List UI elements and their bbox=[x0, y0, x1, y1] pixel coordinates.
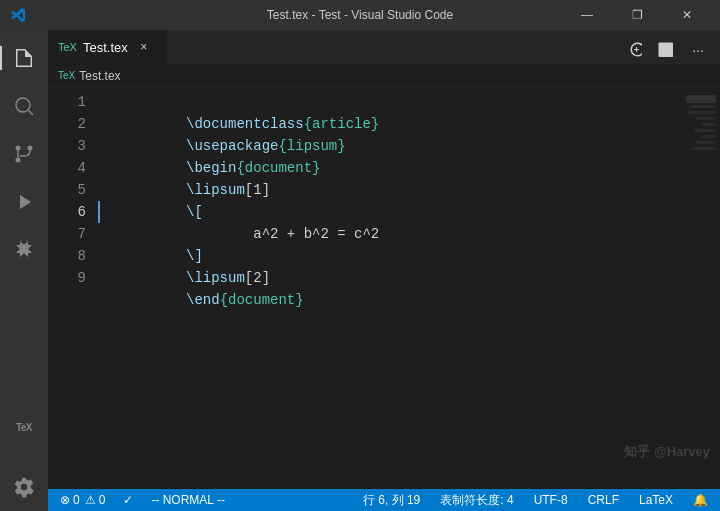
cmd-begin: \begin bbox=[186, 160, 236, 176]
status-indent[interactable]: 表制符长度: 4 bbox=[436, 489, 517, 511]
line-ending-label: CRLF bbox=[588, 493, 619, 507]
cmd-usepackage: \usepackage bbox=[186, 138, 278, 154]
cmd-lipsum2: \lipsum bbox=[186, 270, 245, 286]
status-bar-right: 行 6, 列 19 表制符长度: 4 UTF-8 CRLF LaTeX 🔔 bbox=[359, 489, 712, 511]
line-num-3: 3 bbox=[48, 135, 86, 157]
sidebar-item-search[interactable] bbox=[0, 82, 48, 130]
tab-test-tex[interactable]: TeX Test.tex × bbox=[48, 30, 168, 64]
line-num-7: 7 bbox=[48, 223, 86, 245]
svg-point-3 bbox=[28, 146, 33, 151]
status-bar-left: ⊗ 0 ⚠ 0 ✓ -- NORMAL -- bbox=[56, 489, 229, 511]
cmd-math-close: \] bbox=[186, 248, 203, 264]
line-num-4: 4 bbox=[48, 157, 86, 179]
svg-line-1 bbox=[29, 111, 34, 116]
svg-point-4 bbox=[16, 146, 21, 151]
main-layout: TeX TeX Test.tex × bbox=[0, 30, 720, 511]
tab-filename: Test.tex bbox=[83, 40, 128, 55]
error-count: 0 bbox=[73, 493, 80, 507]
tab-close-button[interactable]: × bbox=[136, 39, 152, 55]
settings-button[interactable] bbox=[0, 463, 48, 511]
tab-bar: TeX Test.tex × ·· bbox=[48, 30, 720, 65]
svg-point-2 bbox=[16, 158, 21, 163]
close-button[interactable]: ✕ bbox=[664, 0, 710, 30]
arg-document-end: {document} bbox=[220, 292, 304, 308]
editor-area: TeX Test.tex × ·· bbox=[48, 30, 720, 511]
sidebar-item-tex[interactable]: TeX bbox=[0, 403, 48, 451]
arg-article: {article} bbox=[304, 116, 380, 132]
title-bar: Test.tex - Test - Visual Studio Code — ❐… bbox=[0, 0, 720, 30]
line-num-2: 2 bbox=[48, 113, 86, 135]
opt-2: [2] bbox=[245, 270, 270, 286]
tab-bar-actions: ··· bbox=[620, 36, 720, 64]
line-numbers: 1 2 3 4 5 6 7 8 9 bbox=[48, 87, 98, 489]
status-bar: ⊗ 0 ⚠ 0 ✓ -- NORMAL -- 行 6, 列 19 表制符长度: … bbox=[48, 489, 720, 511]
code-line-1: \documentclass{article} bbox=[98, 91, 680, 113]
breadcrumb-filename: Test.tex bbox=[79, 69, 120, 83]
line-num-9: 9 bbox=[48, 267, 86, 289]
breadcrumb-file-icon: TeX bbox=[58, 70, 75, 81]
sidebar-item-run[interactable] bbox=[0, 178, 48, 226]
bell-icon: 🔔 bbox=[693, 493, 708, 507]
status-line-ending[interactable]: CRLF bbox=[584, 489, 623, 511]
line-num-1: 1 bbox=[48, 91, 86, 113]
line-num-6: 6 bbox=[48, 201, 86, 223]
title-bar-controls: — ❐ ✕ bbox=[564, 0, 710, 30]
status-vim-mode[interactable]: -- NORMAL -- bbox=[147, 489, 229, 511]
search-editor-button[interactable] bbox=[620, 36, 648, 64]
opt-1: [1] bbox=[245, 182, 270, 198]
line-num-5: 5 bbox=[48, 179, 86, 201]
minimize-button[interactable]: — bbox=[564, 0, 610, 30]
title-bar-left bbox=[10, 7, 26, 23]
minimap bbox=[680, 87, 720, 489]
vim-mode-label: -- NORMAL -- bbox=[151, 493, 225, 507]
cmd-documentclass: \documentclass bbox=[186, 116, 304, 132]
arg-lipsum: {lipsum} bbox=[278, 138, 345, 154]
breadcrumb: TeX Test.tex bbox=[48, 65, 720, 87]
code-editor[interactable]: 1 2 3 4 5 6 7 8 9 \documentclass{article… bbox=[48, 87, 720, 489]
error-icon: ⊗ bbox=[60, 493, 70, 507]
status-checkmark[interactable]: ✓ bbox=[119, 489, 137, 511]
language-label: LaTeX bbox=[639, 493, 673, 507]
status-position[interactable]: 行 6, 列 19 bbox=[359, 489, 424, 511]
window-title: Test.tex - Test - Visual Studio Code bbox=[267, 8, 453, 22]
status-language[interactable]: LaTeX bbox=[635, 489, 677, 511]
line-num-8: 8 bbox=[48, 245, 86, 267]
sidebar-item-scm[interactable] bbox=[0, 130, 48, 178]
tex-label: TeX bbox=[16, 422, 32, 433]
cmd-math-open: \[ bbox=[186, 204, 203, 220]
warning-count: 0 bbox=[99, 493, 106, 507]
status-encoding[interactable]: UTF-8 bbox=[530, 489, 572, 511]
encoding-label: UTF-8 bbox=[534, 493, 568, 507]
svg-point-0 bbox=[16, 98, 30, 112]
sidebar-item-extensions[interactable] bbox=[0, 226, 48, 274]
arg-document: {document} bbox=[236, 160, 320, 176]
vscode-logo-icon bbox=[10, 7, 26, 23]
indent-label: 表制符长度: 4 bbox=[440, 492, 513, 509]
split-editor-button[interactable] bbox=[652, 36, 680, 64]
warning-icon: ⚠ bbox=[85, 493, 96, 507]
position-label: 行 6, 列 19 bbox=[363, 492, 420, 509]
cmd-end: \end bbox=[186, 292, 220, 308]
check-icon: ✓ bbox=[123, 493, 133, 507]
status-bell[interactable]: 🔔 bbox=[689, 489, 712, 511]
status-errors[interactable]: ⊗ 0 ⚠ 0 bbox=[56, 489, 109, 511]
math-content: a^2 + b^2 = c^2 bbox=[186, 226, 379, 242]
cmd-lipsum1: \lipsum bbox=[186, 182, 245, 198]
sidebar-item-explorer[interactable] bbox=[0, 34, 48, 82]
restore-button[interactable]: ❐ bbox=[614, 0, 660, 30]
more-actions-button[interactable]: ··· bbox=[684, 36, 712, 64]
code-content[interactable]: \documentclass{article} \usepackage{lips… bbox=[98, 87, 680, 489]
activity-bar: TeX bbox=[0, 30, 48, 511]
tab-file-icon: TeX bbox=[58, 41, 77, 53]
